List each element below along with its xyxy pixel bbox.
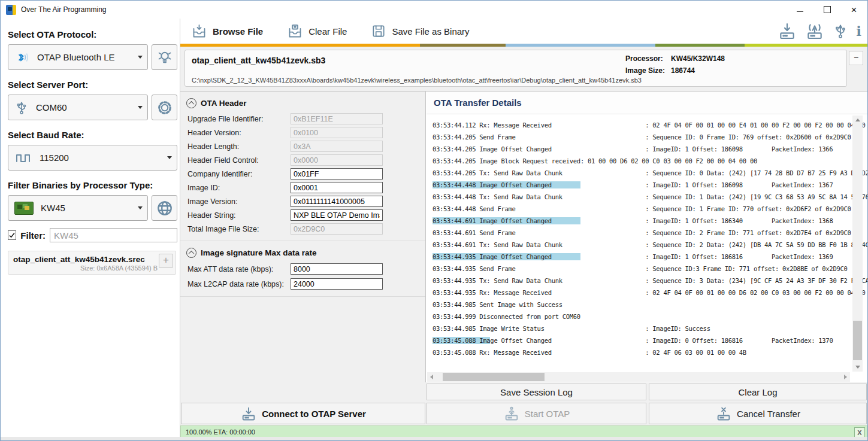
connect-otap-server-button[interactable]: Connect to OTAP Server <box>181 403 425 424</box>
cancel-transfer-button[interactable]: Cancel Transfer <box>649 403 867 424</box>
header-field-control-label: Header Field Control: <box>187 156 291 165</box>
info-icon[interactable]: i <box>856 25 861 38</box>
server-port-select[interactable]: COM60 <box>8 95 148 120</box>
max-att-rate-label: Max ATT data rate (kbps): <box>187 265 291 273</box>
header-string-label: Header String: <box>187 211 291 220</box>
processor-select[interactable]: KW45 <box>8 195 148 221</box>
log-line: 03:53:44.205 Image Block Request receive… <box>433 155 867 167</box>
upgrade-file-identifier-input <box>291 113 383 124</box>
title-bar: Over The Air Programming × <box>1 1 867 19</box>
board-icon <box>14 202 34 215</box>
clear-log-button[interactable]: Clear Log <box>649 384 867 400</box>
horizontal-scroll-thumb[interactable] <box>443 373 545 381</box>
maximize-icon <box>824 6 831 13</box>
log-line: 03:53:44.935 Tx: Send Raw Data Chunk : S… <box>433 275 867 287</box>
scroll-down-arrow[interactable] <box>852 363 863 372</box>
vertical-scroll-thumb[interactable] <box>853 321 862 360</box>
close-icon: × <box>851 5 857 15</box>
log-line: 03:53:44.448 Image Offset Changed : Imag… <box>433 179 867 191</box>
chevron-down-icon <box>138 106 143 109</box>
browse-file-label: Browse File <box>213 26 263 37</box>
protocol-value: OTAP Bluetooth LE <box>37 52 138 62</box>
baud-rate-select[interactable]: 115200 <box>8 145 177 171</box>
download-binaries-button[interactable] <box>152 195 177 221</box>
baud-rate-value: 115200 <box>40 153 167 163</box>
company-identifier-input[interactable] <box>291 168 383 180</box>
maximize-button[interactable] <box>813 1 840 19</box>
scroll-up-arrow[interactable] <box>852 115 863 124</box>
log-line: 03:53:44.999 Disconnected from port COM6… <box>433 311 867 323</box>
log-line: 03:53:44.205 Tx: Send Raw Data Chunk : S… <box>433 167 867 179</box>
chevron-down-icon <box>138 56 143 59</box>
log-line: 03:53:44.985 Image Write Status : ImageI… <box>433 323 867 334</box>
port-settings-button[interactable] <box>152 95 177 120</box>
window-bottom-edge <box>1 437 867 440</box>
start-otap-icon <box>503 405 520 422</box>
image-version-input[interactable] <box>291 196 383 207</box>
image-size-value: 186744 <box>671 66 695 75</box>
usb-toolbar-icon[interactable] <box>833 22 848 40</box>
app-window: Over The Air Programming × Select OTA Pr… <box>0 0 868 441</box>
scroll-left-arrow[interactable] <box>427 372 436 382</box>
horizontal-scrollbar[interactable] <box>427 372 850 382</box>
log-line: 03:53:44.448 Send Frame : Sequence ID: 1… <box>433 203 867 215</box>
close-button[interactable]: × <box>840 1 867 19</box>
chevron-up-icon[interactable] <box>186 248 196 258</box>
filter-label: Filter: <box>20 230 46 241</box>
file-info-region: otap_client_att_kw45b41zevk.sb3 C:\nxp\S… <box>180 47 867 92</box>
image-id-label: Image ID: <box>187 184 291 192</box>
connect-icon <box>240 405 257 422</box>
protocol-label: Select OTA Protocol: <box>8 29 177 39</box>
max-att-rate-input[interactable] <box>291 263 383 275</box>
image-id-input[interactable] <box>291 182 383 193</box>
image-size-label: Image Size: <box>625 66 669 75</box>
start-otap-button[interactable]: Start OTAP <box>427 403 646 424</box>
scroll-right-arrow[interactable] <box>841 372 850 382</box>
log-line: 03:53:44.691 Send Frame : Sequence ID: 2… <box>433 227 867 239</box>
save-binary-icon <box>371 23 386 39</box>
wireless-device-icon[interactable] <box>805 22 825 41</box>
max-l2cap-rate-input[interactable] <box>291 278 383 290</box>
log-line: 03:53:44.205 Image Offset Changed : Imag… <box>433 143 867 155</box>
log-line: 03:53:44.935 Image Offset Changed : Imag… <box>433 251 867 263</box>
header-length-label: Header Length: <box>187 142 291 151</box>
transfer-log[interactable]: 03:53:44.112 Rx: Message Received : 02 4… <box>427 114 867 381</box>
save-binary-label: Save File as Binary <box>392 26 469 37</box>
add-binary-button[interactable]: + <box>159 254 173 268</box>
save-session-log-button[interactable]: Save Session Log <box>427 384 646 400</box>
chevron-down-icon <box>167 156 172 159</box>
vertical-scrollbar[interactable] <box>852 115 863 372</box>
receive-device-icon[interactable] <box>778 22 797 41</box>
total-image-file-size-input <box>291 223 383 235</box>
protocol-hint-button[interactable] <box>152 44 177 70</box>
usb-icon <box>14 100 29 115</box>
filter-checkbox[interactable] <box>8 230 16 240</box>
log-line: 03:53:44.935 Rx: Message Received : 02 4… <box>433 287 867 299</box>
chevron-up-icon[interactable] <box>186 98 196 108</box>
clear-file-icon <box>287 23 303 39</box>
header-string-input[interactable] <box>291 209 383 221</box>
progress-status-bar: 100.00% ETA: 00:00:00 X <box>180 425 867 438</box>
file-toolbar: Browse File Clear File Save File as Bina… <box>180 19 867 44</box>
protocol-select[interactable]: OTAP Bluetooth LE <box>8 44 148 70</box>
browse-file-button[interactable]: Browse File <box>187 21 267 42</box>
log-line: 03:53:44.205 Send Frame : Sequence ID: 0… <box>433 131 867 143</box>
minimize-button[interactable] <box>787 1 813 19</box>
clear-file-button[interactable]: Clear File <box>283 21 350 42</box>
binary-list-item[interactable]: otap_client_att_kw45b41zevk.srec Size: 0… <box>8 251 176 275</box>
ota-header-title: OTA Header <box>201 99 247 108</box>
log-line: 03:53:44.448 Tx: Send Raw Data Chunk : S… <box>433 191 867 203</box>
filter-input[interactable] <box>50 228 177 242</box>
binary-size: Size: 0x6A58A (435594) B <box>13 264 158 272</box>
loaded-file-path: C:\nxp\SDK_2_12_3_KW45B41Z83xxxA\boards\… <box>192 77 642 84</box>
processor-value: KW45 <box>41 203 138 213</box>
collapse-file-info-button[interactable]: − <box>849 51 863 65</box>
save-binary-button[interactable]: Save File as Binary <box>367 21 473 41</box>
processor-filter-label: Filter Binaries by Processor Type: <box>8 180 177 190</box>
log-line: 03:53:44.985 Sent Image with Success <box>433 299 867 311</box>
square-wave-icon <box>14 151 32 165</box>
image-version-label: Image Version: <box>187 197 291 206</box>
log-line: 03:53:45.088 Rx: Message Received : 02 4… <box>433 346 867 358</box>
cancel-transfer-label: Cancel Transfer <box>737 409 800 419</box>
bluetooth-icon <box>14 50 30 65</box>
